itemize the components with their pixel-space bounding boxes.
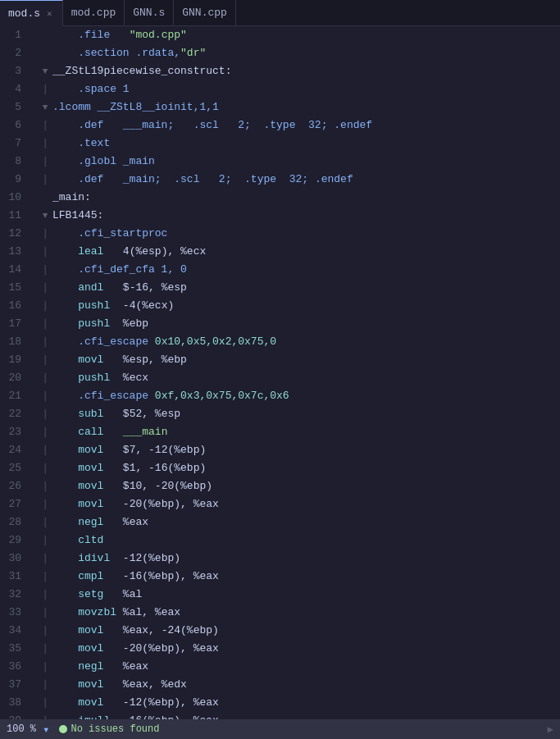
line-num-5: 5	[0, 98, 28, 116]
fold-indicator-12[interactable]: │	[38, 225, 52, 243]
code-token: %esp, %ebp	[123, 351, 187, 369]
fold-indicator-19[interactable]: │	[38, 351, 52, 369]
status-ok-dot	[59, 725, 67, 733]
code-token: idivl	[52, 550, 123, 568]
fold-indicator-32[interactable]: │	[38, 586, 52, 604]
tab-mod-cpp[interactable]: mod.cpp	[63, 0, 125, 26]
line-num-16: 16	[0, 297, 28, 315]
fold-indicator-27[interactable]: │	[38, 495, 52, 513]
line-num-19: 19	[0, 351, 28, 369]
fold-indicator-17[interactable]: │	[38, 315, 52, 333]
fold-indicator-29[interactable]: │	[38, 531, 52, 550]
code-line-17: │ pushl %ebp	[38, 315, 560, 333]
code-token: __ZStL19piecewise_construct	[52, 62, 225, 80]
fold-indicator-3[interactable]: ▼	[38, 62, 52, 80]
fold-indicator-33[interactable]: │	[38, 604, 52, 622]
code-token: movl	[52, 495, 123, 513]
fold-indicator-28[interactable]: │	[38, 513, 52, 531]
code-token: subl	[52, 405, 123, 423]
code-line-25: │ movl $1, -16(%ebp)	[38, 459, 560, 477]
code-token: .def _main;	[52, 171, 162, 189]
code-line-24: │ movl $7, -12(%ebp)	[38, 441, 560, 459]
code-line-5: ▼.lcomm __ZStL8__ioinit,1,1	[38, 98, 560, 116]
fold-indicator-36[interactable]: │	[38, 658, 52, 676]
fold-indicator-16[interactable]: │	[38, 297, 52, 315]
code-token: -20(%ebp), %eax	[123, 495, 219, 513]
fold-indicator-31[interactable]: │	[38, 568, 52, 586]
code-token: .section .rdata,	[52, 44, 180, 62]
code-token: cmpl	[52, 568, 123, 586]
code-line-14: │ .cfi_def_cfa 1, 0	[38, 261, 560, 279]
code-line-16: │ pushl -4(%ecx)	[38, 297, 560, 315]
fold-indicator-15[interactable]: │	[38, 279, 52, 297]
fold-indicator-6[interactable]: │	[38, 116, 52, 135]
fold-indicator-18[interactable]: │	[38, 333, 52, 351]
code-line-32: │ setg %al	[38, 586, 560, 604]
fold-indicator-38[interactable]: │	[38, 694, 52, 712]
zoom-chevron-icon[interactable]: ▾	[43, 723, 49, 737]
code-token: %eax	[123, 658, 148, 676]
code-token: -20(%ebp), %eax	[123, 640, 219, 658]
line-num-18: 18	[0, 333, 28, 351]
line-num-4: 4	[0, 80, 28, 98]
code-token: .cfi_startproc	[52, 225, 167, 243]
code-token: pushl	[52, 297, 123, 315]
code-token: andl	[52, 279, 123, 297]
code-token: 0x10,0x5,0x2,0x75,0	[155, 333, 276, 351]
fold-indicator-20[interactable]: │	[38, 369, 52, 387]
code-token: "dr"	[180, 44, 206, 62]
tab-label-gnn-s: GNN.s	[133, 7, 165, 19]
fold-indicator-23[interactable]: │	[38, 423, 52, 441]
tab-close-mod-s[interactable]: ✕	[45, 8, 54, 19]
fold-indicator-14[interactable]: │	[38, 261, 52, 279]
fold-indicator-26[interactable]: │	[38, 477, 52, 495]
scroll-arrow[interactable]: ▶	[548, 723, 553, 736]
code-line-36: │ negl %eax	[38, 658, 560, 676]
fold-indicator-34[interactable]: │	[38, 622, 52, 640]
code-token: %eax	[123, 513, 148, 531]
line-num-3: 3	[0, 62, 28, 80]
fold-indicator-7[interactable]: │	[38, 135, 52, 153]
line-num-22: 22	[0, 405, 28, 423]
code-line-30: │ idivl -12(%ebp)	[38, 550, 560, 568]
fold-indicator-39[interactable]: │	[38, 712, 52, 719]
fold-indicator-24[interactable]: │	[38, 441, 52, 459]
tab-mod-s[interactable]: mod.s✕	[0, 0, 63, 26]
code-line-31: │ cmpl -16(%ebp), %eax	[38, 568, 560, 586]
status-left: 100 % ▾	[7, 723, 49, 737]
fold-indicator-22[interactable]: │	[38, 405, 52, 423]
code-line-28: │ negl %eax	[38, 513, 560, 531]
line-num-12: 12	[0, 225, 28, 243]
code-token: .cfi_def_cfa 1, 0	[52, 261, 187, 279]
code-token: %al, %eax	[123, 604, 180, 622]
line-num-6: 6	[0, 116, 28, 135]
fold-indicator-35[interactable]: │	[38, 640, 52, 658]
fold-indicator-13[interactable]: │	[38, 243, 52, 261]
code-token: 4(%esp), %ecx	[123, 243, 206, 261]
code-token: :	[84, 189, 91, 207]
fold-indicator-21[interactable]: │	[38, 387, 52, 405]
code-token: .cfi_escape	[52, 333, 155, 351]
line-num-38: 38	[0, 694, 28, 712]
fold-indicator-9[interactable]: │	[38, 171, 52, 189]
code-token: .globl _main	[52, 153, 155, 171]
code-token: %al	[123, 586, 142, 604]
code-token: -12(%ebp), %eax	[123, 694, 219, 712]
tab-gnn-cpp[interactable]: GNN.cpp	[174, 0, 236, 26]
line-num-1: 1	[0, 26, 28, 44]
fold-indicator-8[interactable]: │	[38, 153, 52, 171]
code-token: leal	[52, 243, 123, 261]
fold-indicator-4[interactable]: │	[38, 80, 52, 98]
code-line-3: ▼__ZStL19piecewise_construct:	[38, 62, 560, 80]
tab-gnn-s[interactable]: GNN.s	[125, 0, 174, 26]
code-token: .type 32;	[251, 116, 328, 135]
line-num-27: 27	[0, 495, 28, 513]
fold-indicator-11[interactable]: ▼	[38, 207, 52, 225]
fold-indicator-37[interactable]: │	[38, 676, 52, 694]
fold-indicator-25[interactable]: │	[38, 459, 52, 477]
code-line-35: │ movl -20(%ebp), %eax	[38, 640, 560, 658]
fold-indicator-5[interactable]: ▼	[38, 98, 52, 116]
code-line-23: │ call ___main	[38, 423, 560, 441]
code-token: LFB1445	[52, 207, 98, 225]
fold-indicator-30[interactable]: │	[38, 550, 52, 568]
